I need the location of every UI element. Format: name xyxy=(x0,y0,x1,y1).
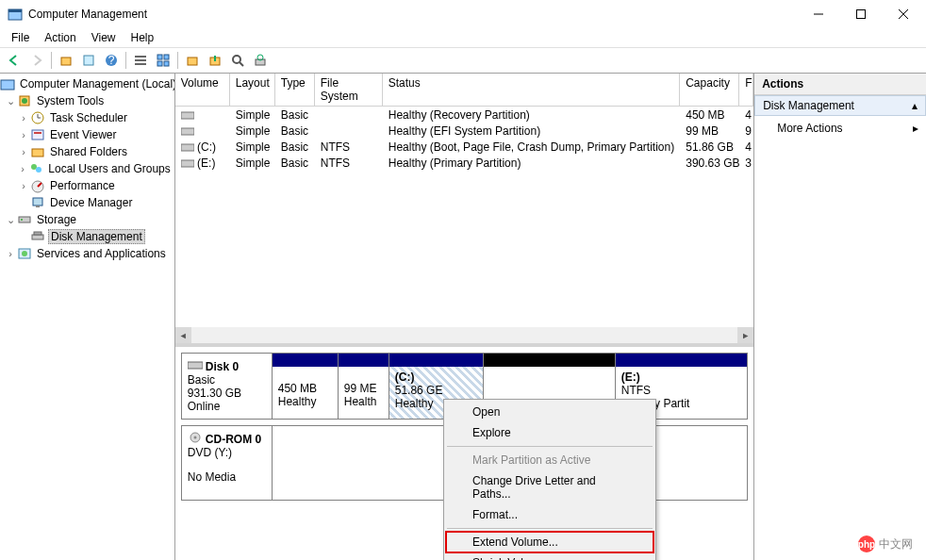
tree-disk-management[interactable]: Disk Management xyxy=(0,228,174,245)
col-volume[interactable]: Volume xyxy=(175,74,230,106)
tree-shared-folders[interactable]: › Shared Folders xyxy=(0,143,174,160)
minimize-button[interactable] xyxy=(797,0,839,28)
collapse-icon[interactable]: ▴ xyxy=(912,99,918,112)
svg-text:?: ? xyxy=(108,54,115,67)
menu-help[interactable]: Help xyxy=(124,29,162,46)
view-tile-button[interactable] xyxy=(153,50,174,71)
partition-recovery[interactable]: 450 MBHealthy xyxy=(273,354,339,419)
properties-button[interactable] xyxy=(78,50,99,71)
volume-row[interactable]: (C:)SimpleBasicNTFSHealthy (Boot, Page F… xyxy=(175,139,753,155)
app-icon xyxy=(8,7,23,22)
collapse-icon[interactable]: ⌄ xyxy=(4,95,17,107)
ctx-shrink-volume[interactable]: Shrink Volume... xyxy=(446,552,653,560)
tree-storage[interactable]: ⌄ Storage xyxy=(0,211,174,228)
col-layout[interactable]: Layout xyxy=(230,74,275,106)
tree-system-tools[interactable]: ⌄ System Tools xyxy=(0,92,174,109)
actions-pane: Actions Disk Management ▴ More Actions ▸ xyxy=(754,74,926,560)
tree-performance[interactable]: › Performance xyxy=(0,177,174,194)
partition-bar xyxy=(389,354,483,367)
svg-rect-46 xyxy=(181,144,194,151)
svg-point-32 xyxy=(31,164,37,170)
svg-rect-23 xyxy=(1,80,14,90)
help-button[interactable]: ? xyxy=(101,50,122,71)
ctx-extend-volume[interactable]: Extend Volume... xyxy=(446,532,653,552)
col-free[interactable]: F xyxy=(739,74,753,106)
partition-efi[interactable]: 99 MEHealth xyxy=(339,354,389,419)
menu-action[interactable]: Action xyxy=(37,29,83,46)
maximize-button[interactable] xyxy=(839,0,882,28)
col-type[interactable]: Type xyxy=(275,74,315,106)
expand-icon[interactable]: › xyxy=(17,112,30,124)
navigation-tree[interactable]: Computer Management (Local) ⌄ System Too… xyxy=(0,74,175,560)
cdrom-status: No Media xyxy=(188,470,236,484)
expand-icon[interactable]: › xyxy=(17,146,30,157)
ctx-open[interactable]: Open xyxy=(446,402,653,422)
volume-row[interactable]: SimpleBasicHealthy (Recovery Partition)4… xyxy=(175,107,753,123)
svg-rect-15 xyxy=(157,61,162,66)
svg-rect-12 xyxy=(135,63,146,65)
search-button[interactable] xyxy=(227,50,248,71)
col-capacity[interactable]: Capacity xyxy=(680,74,739,106)
close-button[interactable] xyxy=(882,0,924,28)
svg-point-50 xyxy=(193,436,196,439)
actions-more[interactable]: More Actions ▸ xyxy=(754,116,926,140)
php-logo-icon: php xyxy=(858,535,875,552)
menu-view[interactable]: View xyxy=(84,29,124,46)
col-filesystem[interactable]: File System xyxy=(315,74,383,106)
ctx-explore[interactable]: Explore xyxy=(446,422,653,443)
actions-header: Actions xyxy=(754,74,926,95)
col-status[interactable]: Status xyxy=(383,74,680,106)
tree-device-manager[interactable]: Device Manager xyxy=(0,194,174,211)
expand-icon[interactable]: › xyxy=(17,129,30,140)
svg-rect-41 xyxy=(34,232,41,235)
expand-icon[interactable]: › xyxy=(4,248,17,259)
tree-event-viewer[interactable]: › Event Viewer xyxy=(0,126,174,143)
collapse-icon[interactable]: ⌄ xyxy=(4,214,17,226)
volume-header[interactable]: Volume Layout Type File System Status Ca… xyxy=(175,74,753,107)
refresh-button[interactable] xyxy=(182,50,203,71)
ctx-format[interactable]: Format... xyxy=(446,504,653,525)
view-list-button[interactable] xyxy=(130,50,151,71)
toolbar: ? xyxy=(0,47,926,74)
toolbar-separator xyxy=(125,52,126,69)
svg-rect-17 xyxy=(188,58,197,65)
watermark: php 中文网 xyxy=(851,534,920,554)
tree-root[interactable]: Computer Management (Local) xyxy=(0,75,174,92)
tree-services-apps[interactable]: › Services and Applications xyxy=(0,245,174,262)
tree-task-scheduler[interactable]: › Task Scheduler xyxy=(0,109,174,126)
context-menu[interactable]: Open Explore Mark Partition as Active Ch… xyxy=(443,399,656,560)
export-button[interactable] xyxy=(205,50,225,71)
volume-row[interactable]: (E:)SimpleBasicNTFSHealthy (Primary Part… xyxy=(175,155,753,171)
horizontal-scrollbar[interactable]: ◄ ► xyxy=(175,327,753,343)
svg-rect-48 xyxy=(188,362,203,369)
cdrom-name: CD-ROM 0 xyxy=(206,433,261,446)
toolbar-separator xyxy=(51,52,52,69)
scroll-right-button[interactable]: ► xyxy=(737,327,753,343)
svg-rect-11 xyxy=(135,59,146,61)
up-button[interactable] xyxy=(56,50,76,71)
expand-icon[interactable]: › xyxy=(17,180,30,191)
actions-section[interactable]: Disk Management ▴ xyxy=(754,95,926,116)
forward-button[interactable] xyxy=(26,50,47,71)
ctx-change-letter[interactable]: Change Drive Letter and Paths... xyxy=(446,470,653,504)
partition-bar xyxy=(339,354,389,367)
tree-local-users[interactable]: › Local Users and Groups xyxy=(0,160,174,177)
svg-rect-29 xyxy=(32,130,43,140)
volume-row[interactable]: SimpleBasicHealthy (EFI System Partition… xyxy=(175,123,753,139)
back-button[interactable] xyxy=(4,50,25,71)
scroll-left-button[interactable]: ◄ xyxy=(175,327,191,343)
partition-bar xyxy=(273,354,338,367)
disk-0-name: Disk 0 xyxy=(206,360,239,373)
ctx-separator xyxy=(447,528,653,529)
volume-list[interactable]: Volume Layout Type File System Status Ca… xyxy=(175,74,753,347)
title-bar: Computer Management xyxy=(0,0,926,28)
disk-0-size: 931.30 GB xyxy=(188,387,241,400)
menu-file[interactable]: File xyxy=(4,29,37,46)
expand-icon[interactable]: › xyxy=(17,163,28,174)
svg-rect-37 xyxy=(36,206,40,207)
svg-point-43 xyxy=(22,251,27,256)
partition-bar xyxy=(484,354,615,367)
submenu-arrow-icon: ▸ xyxy=(913,122,918,135)
rescan-button[interactable] xyxy=(250,50,271,71)
svg-rect-45 xyxy=(181,128,194,135)
